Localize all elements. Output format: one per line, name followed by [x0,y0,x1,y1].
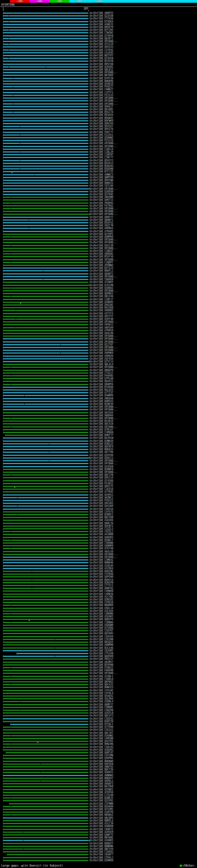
alignment-bar[interactable] [3,41,88,42]
alignment-bar[interactable] [3,432,88,433]
alignment-bar[interactable] [3,474,88,475]
alignment-bar[interactable] [3,664,88,665]
alignment-bar[interactable] [3,401,88,402]
hit-row[interactable]: UniRef100_B0XWG2 [0,813,197,816]
hit-label[interactable]: UniRef100_Q61QB1 [90,108,113,111]
alignment-bar[interactable] [3,245,88,246]
alignment-bar[interactable] [3,253,88,254]
hit-row[interactable]: UniRef100_A8E6A8 [0,397,197,400]
hit-label[interactable]: UniRef100_UPI000... [90,241,118,244]
hit-label[interactable]: UniRef100_B7SDE4 [90,21,113,23]
hit-row[interactable]: UniRef100_Q9S114 [0,476,197,479]
hit-label[interactable]: UniRef100_Q0QN71 [90,219,113,221]
hit-row[interactable]: UniRef100_UPI000... [0,426,197,428]
alignment-bar[interactable] [3,344,88,345]
hit-row[interactable]: UniRef100_Q4MPR9 [0,236,197,238]
hit-row[interactable]: UniRef100_Q461N1 [0,304,197,306]
hit-label[interactable]: UniRef100_B3N225 [90,443,113,445]
hit-label[interactable]: UniRef100_Q4MPR9 [90,236,113,238]
hit-label[interactable]: UniRef100_A8P3A9 [90,327,113,329]
hit-row[interactable]: UniRef100_C3ZZL3 [0,527,197,530]
hit-label[interactable]: UniRef100_Q86EP9 [90,369,113,372]
alignment-bar[interactable] [3,826,88,827]
hit-label[interactable]: UniRef100_Q4U1N2 [90,570,113,573]
hit-label[interactable]: UniRef100_Q6PBE3 [90,292,113,295]
hit-label[interactable]: UniRef100_B2YI25 [90,267,113,270]
hit-label[interactable]: UniRef100_C3ZZL3 [90,528,113,530]
alignment-bar[interactable] [3,146,88,147]
hit-row[interactable]: UniRef100_P47962 [0,205,197,207]
hit-label[interactable]: UniRef100_C1MV68 [90,431,113,434]
hit-row[interactable]: UniRef100_A6ZM57 [0,661,197,663]
hit-row[interactable]: UniRef100_Q4CU61 [0,502,197,505]
alignment-bar[interactable] [3,636,88,637]
alignment-bar[interactable] [3,489,88,490]
hit-label[interactable]: UniRef100_C4QWU8 [90,590,113,592]
hit-row[interactable]: UniRef100_C4R5B8 [0,737,197,740]
hit-row[interactable]: UniRef100_O74366 [0,479,197,482]
alignment-bar[interactable] [3,338,88,339]
alignment-bar[interactable] [3,409,88,410]
hit-label[interactable]: UniRef100_Q5N1D2 [90,598,113,601]
hit-label[interactable]: UniRef100_B8N046 [90,562,113,564]
hit-label[interactable]: UniRef100_C7Z2A8 [90,794,113,797]
alignment-bar[interactable] [3,129,88,130]
alignment-bar[interactable] [3,350,88,351]
hit-row[interactable]: UniRef100_B7SDE4 [0,20,197,23]
alignment-bar[interactable] [3,860,88,861]
alignment-bar[interactable] [3,259,88,260]
hit-row[interactable]: UniRef100_B7PF58 [0,77,197,80]
hit-label[interactable]: UniRef100_Q4WT62 [90,587,113,590]
hit-label[interactable]: UniRef100_B0Y6N1 [90,837,113,839]
hit-row[interactable]: UniRef100_B6WTL2 [0,270,197,272]
alignment-bar[interactable] [3,92,88,93]
hit-label[interactable]: UniRef100_Q38KR5 [90,301,113,304]
alignment-bar[interactable] [3,505,88,506]
hit-label[interactable]: UniRef100_A8Q0F3 [90,783,113,785]
alignment-bar[interactable] [3,237,88,238]
alignment-bar[interactable] [3,103,88,104]
alignment-bar[interactable] [3,273,88,274]
hit-label[interactable]: UniRef100_Q75AD6 [90,627,113,629]
alignment-bar[interactable] [3,443,88,444]
alignment-bar[interactable] [3,662,88,662]
hit-label[interactable]: UniRef100_A7EYA0 [90,548,113,550]
hit-row[interactable]: UniRef100_B2WDJ5 [0,797,197,799]
hit-row[interactable]: UniRef100_UPI000... [0,210,197,213]
hit-row[interactable]: UniRef100_P46777 [0,131,197,134]
alignment-bar[interactable] [3,191,88,192]
alignment-bar[interactable] [3,106,88,107]
hit-label[interactable]: UniRef100_C5DBW3 [90,621,113,624]
hit-row[interactable]: UniRef100_Q75C13 [0,360,197,363]
hit-label[interactable]: UniRef100_UPI000... [90,321,118,323]
hit-row[interactable]: UniRef100_C5PAL2 [0,856,197,859]
hit-row[interactable]: UniRef100_Q23SX8 [0,14,197,17]
hit-row[interactable]: UniRef100_A7GWV5 [0,281,197,284]
alignment-bar[interactable] [3,185,88,186]
alignment-bar[interactable] [3,251,88,252]
alignment-bar[interactable] [3,299,88,300]
hit-row[interactable]: UniRef100_P15126 [0,139,197,142]
alignment-bar[interactable] [3,364,88,365]
hit-row[interactable]: UniRef100_C5P616 [0,601,197,604]
alignment-bar[interactable] [3,710,88,711]
hit-row[interactable]: UniRef100_Q9X175 [0,485,197,488]
hit-label[interactable]: UniRef100_C4J445 [90,52,113,54]
hit-row[interactable]: UniRef100_C1MV68 [0,431,197,434]
alignment-bar[interactable] [3,542,88,544]
hit-row[interactable]: UniRef100_C5DYR7 [0,629,197,632]
alignment-bar[interactable] [3,217,88,218]
alignment-bar[interactable] [3,557,88,558]
alignment-bar[interactable] [3,619,88,620]
alignment-bar[interactable] [3,225,88,226]
hit-row[interactable]: UniRef100_A3GFL0 [0,712,197,714]
hit-row[interactable]: UniRef100_C4Y9L4 [0,692,197,695]
hit-label[interactable]: UniRef100_A7TK95 [90,491,113,493]
hit-row[interactable]: UniRef100_C8Z4M7 [0,649,197,652]
hit-row[interactable]: UniRef100_Q26YD4 [0,454,197,457]
hit-label[interactable]: UniRef100_B425K8 [90,307,113,309]
alignment-bar[interactable] [3,780,88,781]
hit-label[interactable]: UniRef100_A6ZM57 [90,661,113,663]
hit-row[interactable]: UniRef100_A9UDB2 [0,309,197,312]
alignment-bar[interactable] [3,650,88,651]
